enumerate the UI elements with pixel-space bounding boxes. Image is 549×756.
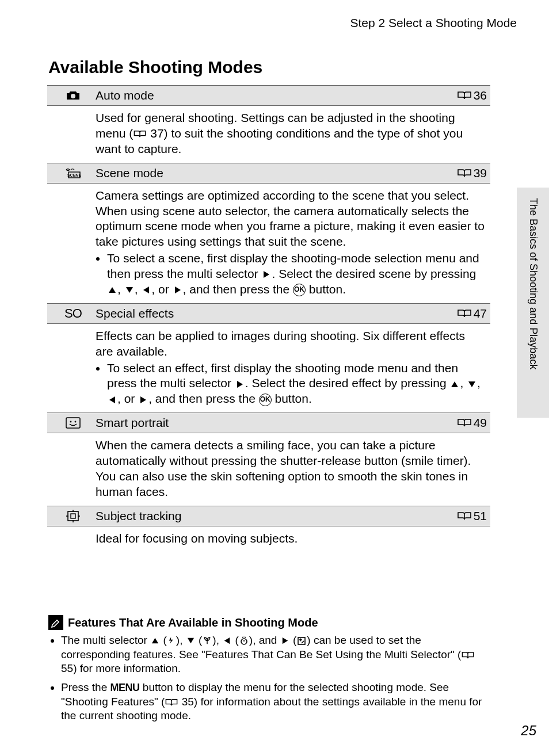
mode-desc: Ideal for focusing on moving subjects. xyxy=(47,526,490,552)
text: Effects can be applied to images during … xyxy=(96,329,465,358)
book-icon xyxy=(458,169,471,178)
special-effects-icon: SO xyxy=(64,306,82,321)
menu-button-label: MENU xyxy=(110,682,140,693)
page-ref: 39 xyxy=(458,166,487,180)
page-ref-number: 49 xyxy=(474,416,487,430)
page-ref: 51 xyxy=(458,509,487,523)
scene-icon: SCENE xyxy=(65,168,81,178)
arrow-left-icon xyxy=(142,285,151,295)
arrow-up-icon xyxy=(450,380,459,388)
page-title: Available Shooting Modes xyxy=(48,58,501,77)
page-ref-number: 35 xyxy=(182,696,194,708)
arrow-down-icon xyxy=(186,637,195,644)
modes-table: Auto mode 36 Used for general shooting. … xyxy=(47,85,490,552)
note-icon xyxy=(48,615,63,630)
book-icon xyxy=(134,130,146,138)
page-ref: 36 xyxy=(458,89,487,102)
text: Ideal for focusing on moving subjects. xyxy=(96,532,298,545)
side-tab: The Basics of Shooting and Playback xyxy=(517,188,549,418)
arrow-right-icon xyxy=(139,395,148,404)
arrow-left-icon xyxy=(108,395,117,404)
breadcrumb: Step 2 Select a Shooting Mode xyxy=(48,16,517,30)
ok-button-icon: OK xyxy=(259,394,272,406)
page-ref-number: 55 xyxy=(61,662,73,674)
mode-title: Scene mode xyxy=(96,166,458,180)
mode-row-special: SO Special effects 47 xyxy=(47,303,490,324)
mode-row-tracking: Subject tracking 51 xyxy=(47,506,490,526)
mode-title: Special effects xyxy=(96,307,458,320)
text: , and then press the xyxy=(183,282,293,296)
book-icon xyxy=(458,418,471,427)
page-ref-number: 36 xyxy=(474,89,487,102)
book-icon xyxy=(458,511,471,521)
mode-title: Subject tracking xyxy=(96,509,458,523)
book-icon xyxy=(462,651,474,659)
mode-row-portrait: Smart portrait 49 xyxy=(47,413,490,433)
camera-icon xyxy=(66,90,81,101)
list-item: To select an effect, first display the s… xyxy=(107,361,485,407)
list-item: The multi selector (), (), (), and () ca… xyxy=(61,633,491,676)
list-item: To select a scene, first display the sho… xyxy=(107,251,485,297)
mode-desc: Effects can be applied to images during … xyxy=(47,324,490,413)
mode-desc: When the camera detects a smiling face, … xyxy=(47,433,490,506)
book-icon xyxy=(458,91,471,100)
flash-icon xyxy=(167,636,176,645)
text: , and xyxy=(253,634,280,646)
arrow-up-icon xyxy=(151,637,159,644)
text: Camera settings are optimized according … xyxy=(96,189,485,249)
text: . Select the desired effect by pressing xyxy=(245,376,450,390)
page-ref: 47 xyxy=(458,307,487,320)
text: ) for more information. xyxy=(73,662,181,674)
exposure-comp-icon xyxy=(297,636,306,646)
svg-point-7 xyxy=(75,421,77,423)
text: , or xyxy=(117,392,138,405)
arrow-up-icon xyxy=(108,286,117,294)
page-number: 25 xyxy=(521,723,536,739)
svg-rect-8 xyxy=(68,511,78,521)
arrow-down-icon xyxy=(125,286,134,294)
arrow-down-icon xyxy=(467,380,476,388)
page-ref-number: 51 xyxy=(474,509,487,523)
ok-button-icon: OK xyxy=(293,284,306,296)
book-icon xyxy=(458,309,471,318)
svg-rect-9 xyxy=(71,514,75,518)
page-ref-number: 47 xyxy=(474,307,487,320)
book-icon xyxy=(165,698,178,707)
arrow-right-icon xyxy=(173,285,182,295)
mode-row-scene: SCENE Scene mode 39 xyxy=(47,163,490,184)
side-tab-label: The Basics of Shooting and Playback xyxy=(527,198,539,369)
page-ref: 49 xyxy=(458,416,487,430)
text: Press the xyxy=(61,681,110,693)
text: The multi selector xyxy=(61,634,150,646)
arrow-left-icon xyxy=(223,636,231,645)
arrow-right-icon xyxy=(262,270,271,279)
svg-rect-5 xyxy=(66,418,80,428)
svg-text:SCENE: SCENE xyxy=(67,173,81,177)
macro-icon xyxy=(203,636,212,645)
arrow-right-icon xyxy=(281,636,289,645)
text: , or xyxy=(151,282,172,296)
mode-title: Auto mode xyxy=(96,89,458,102)
text: When the camera detects a smiling face, … xyxy=(96,438,471,498)
text: , and then press the xyxy=(148,392,258,405)
features-section: Features That Are Available in Shooting … xyxy=(48,615,491,728)
mode-desc: Camera settings are optimized according … xyxy=(47,184,490,303)
text: button. xyxy=(272,392,312,405)
mode-title: Smart portrait xyxy=(96,416,458,430)
mode-row-auto: Auto mode 36 xyxy=(47,85,490,106)
subject-tracking-icon xyxy=(66,510,80,522)
features-title: Features That Are Available in Shooting … xyxy=(68,616,318,629)
page-ref-number: 39 xyxy=(474,166,487,180)
text: button. xyxy=(306,282,346,296)
mode-desc: Used for general shooting. Settings can … xyxy=(47,106,490,163)
list-item: Press the MENU button to display the men… xyxy=(61,681,491,723)
arrow-right-icon xyxy=(235,380,245,389)
svg-point-6 xyxy=(70,421,72,423)
timer-icon xyxy=(239,636,249,646)
svg-point-2 xyxy=(71,94,75,98)
text: . Select the desired scene by pressing xyxy=(272,267,476,280)
smart-portrait-icon xyxy=(66,417,81,429)
page-ref-number: 37 xyxy=(150,127,163,140)
